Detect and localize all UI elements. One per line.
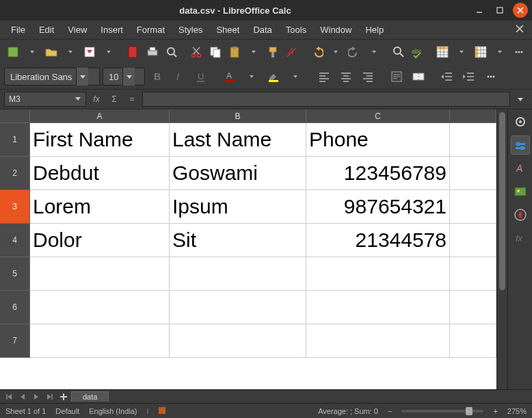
sum-button[interactable]: Σ xyxy=(107,92,122,107)
undo-button[interactable] xyxy=(308,42,325,62)
cell-D7[interactable] xyxy=(450,324,496,358)
new-dropdown[interactable] xyxy=(23,42,41,62)
paste-button[interactable] xyxy=(226,42,243,62)
sidebar-settings-button[interactable] xyxy=(511,112,530,131)
cut-button[interactable] xyxy=(187,42,205,62)
menu-insert[interactable]: Insert xyxy=(94,22,130,38)
open-button[interactable] xyxy=(42,42,60,62)
underline-button[interactable]: U xyxy=(191,67,211,86)
cell-D4[interactable] xyxy=(450,224,496,257)
redo-dropdown[interactable] xyxy=(365,42,383,62)
cell-D6[interactable] xyxy=(450,291,496,324)
redo-button[interactable] xyxy=(346,42,364,62)
formula-input[interactable] xyxy=(142,92,510,107)
cell-B1[interactable]: Last Name xyxy=(170,123,306,157)
clear-formatting-button[interactable]: A xyxy=(283,42,301,62)
row-dropdown[interactable] xyxy=(453,42,470,62)
merge-cells-button[interactable] xyxy=(409,67,428,86)
open-dropdown[interactable] xyxy=(62,42,79,62)
cell-A4[interactable]: Dolor xyxy=(30,224,170,257)
cell-D3[interactable] xyxy=(450,190,496,224)
function-wizard-button[interactable]: fx xyxy=(89,92,104,107)
column-dropdown[interactable] xyxy=(491,42,509,62)
menu-sheet[interactable]: Sheet xyxy=(209,22,246,38)
print-preview-button[interactable] xyxy=(163,42,181,62)
cell-A5[interactable] xyxy=(30,257,170,291)
scrollbar-thumb[interactable] xyxy=(499,112,505,290)
column-header-next[interactable] xyxy=(450,109,496,122)
sidebar-functions-button[interactable]: fx xyxy=(511,228,530,248)
italic-button[interactable]: I xyxy=(170,67,189,86)
row-button[interactable] xyxy=(434,42,451,62)
row-header-1[interactable]: 1 xyxy=(0,123,30,157)
copy-button[interactable] xyxy=(207,42,224,62)
cell-B4[interactable]: Sit xyxy=(170,224,306,257)
menu-format[interactable]: Format xyxy=(130,22,172,38)
cell-D5[interactable] xyxy=(450,257,496,291)
zoom-in-button[interactable]: + xyxy=(493,407,497,415)
menu-tools[interactable]: Tools xyxy=(279,22,313,38)
cell-B6[interactable] xyxy=(170,291,306,324)
highlight-dropdown[interactable] xyxy=(286,67,305,86)
font-color-dropdown[interactable] xyxy=(242,67,261,86)
cell-D2[interactable] xyxy=(450,157,496,190)
close-button[interactable] xyxy=(513,3,528,18)
toolbar-overflow-button[interactable] xyxy=(510,42,528,62)
formula-button[interactable]: = xyxy=(124,92,139,107)
maximize-button[interactable] xyxy=(492,3,507,18)
cell-C3[interactable]: 987654321 xyxy=(306,190,450,224)
column-button[interactable] xyxy=(472,42,490,62)
zoom-slider[interactable] xyxy=(401,410,483,413)
row-header-4[interactable]: 4 xyxy=(0,224,30,257)
indent-increase-button[interactable] xyxy=(460,67,479,86)
sidebar-properties-button[interactable] xyxy=(511,135,530,155)
tab-prev-button[interactable] xyxy=(16,391,29,402)
cell-A2[interactable]: Debdut xyxy=(30,157,170,190)
paste-dropdown[interactable] xyxy=(245,42,263,62)
menu-data[interactable]: Data xyxy=(246,22,278,38)
cell-C6[interactable] xyxy=(306,291,450,324)
print-button[interactable] xyxy=(144,42,161,62)
sidebar-gallery-button[interactable] xyxy=(511,182,530,201)
tab-first-button[interactable] xyxy=(3,391,15,402)
spellcheck-button[interactable]: abc xyxy=(409,42,427,62)
vertical-scrollbar[interactable] xyxy=(496,109,507,389)
font-color-button[interactable]: A xyxy=(220,67,239,86)
menu-file[interactable]: File xyxy=(4,22,32,38)
tab-last-button[interactable] xyxy=(44,391,56,402)
cell-A1[interactable]: First Name xyxy=(30,123,170,157)
save-button[interactable] xyxy=(81,42,98,62)
column-header-A[interactable]: A xyxy=(30,109,170,122)
save-dropdown[interactable] xyxy=(100,42,118,62)
clone-formatting-button[interactable] xyxy=(264,42,282,62)
add-sheet-button[interactable] xyxy=(57,391,70,402)
status-selection-mode[interactable] xyxy=(159,407,165,415)
undo-dropdown[interactable] xyxy=(327,42,345,62)
status-language[interactable]: English (India) xyxy=(89,407,137,415)
cell-C1[interactable]: Phone xyxy=(306,123,450,157)
font-size-combo[interactable]: 10 xyxy=(103,68,145,86)
highlight-color-button[interactable] xyxy=(264,67,283,86)
font-name-combo[interactable]: Liberation Sans xyxy=(4,68,100,86)
cell-A3[interactable]: Lorem xyxy=(30,190,170,224)
close-document-button[interactable] xyxy=(511,23,528,36)
row-header-2[interactable]: 2 xyxy=(0,157,30,190)
cell-C5[interactable] xyxy=(306,257,450,291)
cell-D1[interactable] xyxy=(450,123,496,157)
menu-help[interactable]: Help xyxy=(358,22,390,38)
sheet-tab-data[interactable]: data xyxy=(71,391,109,402)
cell-A6[interactable] xyxy=(30,291,170,324)
menu-window[interactable]: Window xyxy=(313,22,358,38)
cell-C2[interactable]: 123456789 xyxy=(306,157,450,190)
align-right-button[interactable] xyxy=(358,67,377,86)
sidebar-styles-button[interactable]: A xyxy=(511,159,530,178)
cell-B3[interactable]: Ipsum xyxy=(170,190,306,224)
tab-next-button[interactable] xyxy=(30,391,42,402)
menu-view[interactable]: View xyxy=(61,22,94,38)
formula-expand-button[interactable] xyxy=(513,92,528,107)
menu-styles[interactable]: Styles xyxy=(172,22,209,38)
select-all-corner[interactable] xyxy=(0,109,30,122)
row-header-3[interactable]: 3 xyxy=(0,190,30,224)
menu-edit[interactable]: Edit xyxy=(32,22,61,38)
formatting-overflow-button[interactable] xyxy=(481,67,501,86)
